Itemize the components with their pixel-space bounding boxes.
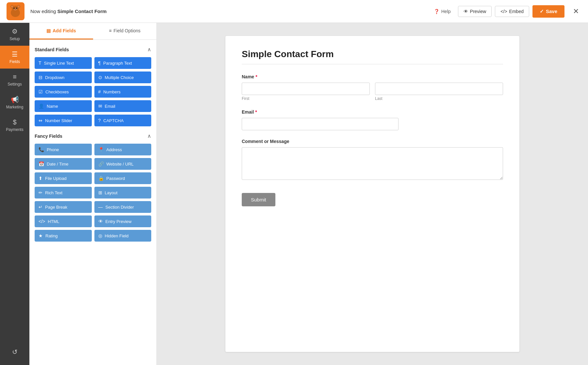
name-inputs: First Last	[242, 83, 503, 101]
field-btn-section-divider[interactable]: — Section Divider	[94, 201, 152, 213]
setup-icon: ⚙	[12, 27, 18, 35]
last-name-input[interactable]	[375, 83, 503, 95]
sidebar-nav: ⚙ Setup ☰ Fields ≡ Settings 📢 Marketing …	[0, 23, 29, 365]
svg-point-6	[18, 6, 20, 8]
field-btn-single-line-text[interactable]: T Single Line Text	[35, 57, 92, 69]
fancy-fields-toggle[interactable]: ∧	[147, 133, 151, 139]
topbar-actions: ❓ Help 👁 Preview </> Embed ✓ Save ✕	[430, 5, 581, 18]
add-fields-icon: ▤	[46, 28, 51, 33]
field-btn-html[interactable]: </> HTML	[35, 215, 92, 227]
rating-icon: ★	[39, 233, 43, 238]
sidebar-item-settings[interactable]: ≡ Settings	[0, 69, 29, 91]
form-field-email: Email *	[242, 109, 503, 130]
first-name-input[interactable]	[242, 83, 370, 95]
field-btn-numbers[interactable]: # Numbers	[94, 86, 152, 98]
last-name-sublabel: Last	[375, 96, 503, 101]
field-btn-hidden-field[interactable]: ◎ Hidden Field	[94, 230, 152, 242]
hidden-field-icon: ◎	[98, 233, 102, 238]
field-btn-name[interactable]: 👤 Name	[35, 100, 92, 112]
comment-textarea[interactable]	[242, 147, 503, 180]
save-button[interactable]: ✓ Save	[532, 5, 564, 18]
field-panel-scroll[interactable]: Standard Fields ∧ T Single Line Text ¶ P…	[29, 40, 156, 365]
preview-icon: 👁	[464, 9, 468, 14]
page-break-icon: ↵	[39, 204, 42, 210]
entry-preview-icon: 👁	[98, 219, 103, 224]
sidebar-item-setup[interactable]: ⚙ Setup	[0, 23, 29, 46]
form-title: Simple Contact Form	[242, 49, 503, 59]
form-divider	[242, 64, 503, 64]
sidebar-item-payments[interactable]: $ Payments	[0, 114, 29, 136]
payments-icon: $	[13, 119, 16, 126]
field-btn-layout[interactable]: ⊞ Layout	[94, 187, 152, 198]
field-btn-date-time[interactable]: 📅 Date / Time	[35, 158, 92, 170]
name-label: Name *	[242, 74, 503, 79]
paragraph-text-icon: ¶	[98, 60, 101, 66]
website-url-icon: 🔗	[98, 161, 104, 167]
embed-icon: </>	[500, 9, 507, 14]
help-button[interactable]: ❓ Help	[430, 6, 455, 17]
rich-text-icon: ✏	[39, 190, 42, 195]
save-icon: ✓	[540, 8, 544, 14]
first-name-sublabel: First	[242, 96, 370, 101]
tab-field-options[interactable]: ≡ Field Options	[93, 23, 157, 40]
field-btn-website-url[interactable]: 🔗 Website / URL	[94, 158, 152, 170]
editing-title: Now editing Simple Contact Form	[30, 8, 430, 14]
svg-point-8	[16, 8, 17, 9]
comment-label: Comment or Message	[242, 139, 503, 144]
undo-button[interactable]: ↺	[12, 343, 18, 360]
standard-fields-toggle[interactable]: ∧	[147, 46, 151, 53]
sidebar-item-marketing[interactable]: 📢 Marketing	[0, 91, 29, 114]
fancy-fields-title: Fancy Fields	[35, 134, 62, 139]
panel-collapse-button[interactable]: ‹	[156, 186, 157, 202]
submit-button[interactable]: Submit	[242, 193, 275, 206]
numbers-icon: #	[98, 89, 101, 94]
svg-point-5	[11, 6, 13, 8]
help-icon: ❓	[434, 9, 439, 14]
checkboxes-icon: ☑	[39, 89, 43, 94]
topbar: Now editing Simple Contact Form ❓ Help 👁…	[0, 0, 588, 23]
address-icon: 📍	[98, 147, 104, 152]
tab-add-fields[interactable]: ▤ Add Fields	[29, 23, 93, 40]
preview-button[interactable]: 👁 Preview	[458, 6, 492, 17]
fancy-fields-grid: 📞 Phone 📍 Address 📅 Date / Time 🔗 Websit…	[35, 144, 151, 242]
field-btn-paragraph-text[interactable]: ¶ Paragraph Text	[94, 57, 152, 69]
email-input[interactable]	[242, 118, 399, 130]
field-btn-rich-text[interactable]: ✏ Rich Text	[35, 187, 92, 198]
fancy-fields-header: Fancy Fields ∧	[35, 133, 151, 139]
standard-fields-header: Standard Fields ∧	[35, 46, 151, 53]
embed-button[interactable]: </> Embed	[495, 6, 529, 17]
sidebar-bottom: ↺	[0, 339, 29, 365]
svg-point-10	[15, 9, 16, 10]
sidebar-item-fields[interactable]: ☰ Fields	[0, 46, 29, 69]
field-btn-number-slider[interactable]: ⇔ Number Slider	[35, 115, 92, 126]
close-button[interactable]: ✕	[570, 5, 581, 18]
field-btn-phone[interactable]: 📞 Phone	[35, 144, 92, 155]
field-btn-multiple-choice[interactable]: ⊙ Multiple Choice	[94, 71, 152, 83]
field-btn-captcha[interactable]: ? CAPTCHA	[94, 115, 152, 126]
last-name-wrap: Last	[375, 83, 503, 101]
field-btn-rating[interactable]: ★ Rating	[35, 230, 92, 242]
phone-icon: 📞	[39, 147, 44, 152]
field-btn-file-upload[interactable]: ⬆ File Upload	[35, 172, 92, 184]
name-icon: 👤	[39, 103, 44, 109]
field-btn-page-break[interactable]: ↵ Page Break	[35, 201, 92, 213]
field-panel-tabs: ▤ Add Fields ≡ Field Options	[29, 23, 156, 40]
layout-icon: ⊞	[98, 190, 102, 195]
form-field-comment: Comment or Message	[242, 139, 503, 181]
marketing-icon: 📢	[11, 96, 19, 103]
field-panel: ▤ Add Fields ≡ Field Options Standard Fi…	[29, 23, 157, 365]
form-card: Simple Contact Form Name * First Last	[225, 36, 519, 352]
multiple-choice-icon: ⊙	[98, 75, 102, 80]
fields-icon: ☰	[12, 50, 18, 58]
main-layout: ⚙ Setup ☰ Fields ≡ Settings 📢 Marketing …	[0, 23, 588, 365]
html-icon: </>	[39, 219, 45, 224]
field-btn-entry-preview[interactable]: 👁 Entry Preview	[94, 215, 152, 227]
field-btn-address[interactable]: 📍 Address	[94, 144, 152, 155]
field-btn-email[interactable]: ✉ Email	[94, 100, 152, 112]
field-btn-password[interactable]: 🔒 Password	[94, 172, 152, 184]
form-field-name: Name * First Last	[242, 74, 503, 101]
field-btn-checkboxes[interactable]: ☑ Checkboxes	[35, 86, 92, 98]
name-required-star: *	[255, 74, 257, 79]
field-btn-dropdown[interactable]: ⊟ Dropdown	[35, 71, 92, 83]
dropdown-icon: ⊟	[39, 75, 42, 80]
